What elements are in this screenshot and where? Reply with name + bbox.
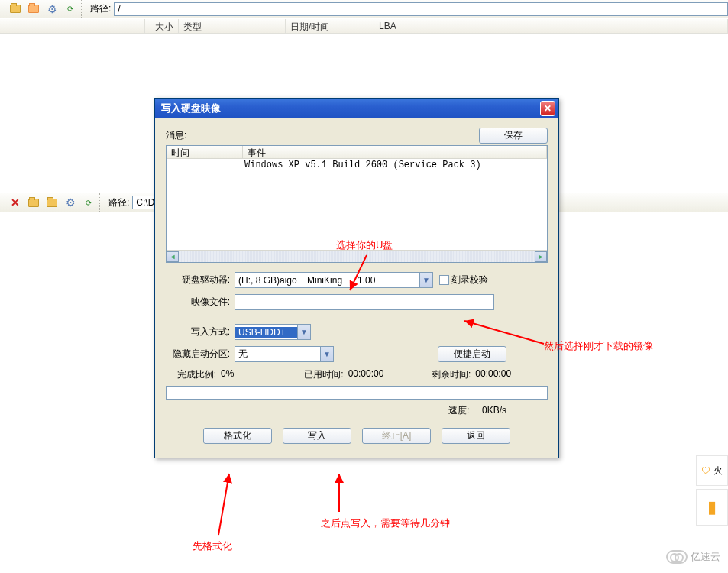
annotation-then-write: 之后点写入，需要等待几分钟 <box>318 469 364 515</box>
col-datetime[interactable]: 日期/时间 <box>286 19 374 33</box>
col-type[interactable]: 类型 <box>179 19 286 33</box>
side-shield-card[interactable]: 🛡 火 <box>696 455 728 486</box>
list-row: Windows XP v5.1 Build 2600 (Service Pack… <box>168 160 545 170</box>
list-col-event[interactable]: 事件 <box>243 146 547 158</box>
quick-boot-button[interactable]: 便捷启动 <box>438 346 506 362</box>
col-lba[interactable]: LBA <box>374 19 435 33</box>
chevron-down-icon: ▼ <box>297 325 310 339</box>
format-button[interactable]: 格式化 <box>203 428 272 444</box>
scroll-right-icon[interactable]: ► <box>535 251 547 262</box>
path-label-2: 路径: <box>108 196 129 209</box>
message-label: 消息: <box>166 129 479 142</box>
speed-label: 速度: <box>448 405 469 416</box>
write-method-label: 写入方式: <box>166 325 235 338</box>
write-method-select[interactable]: USB-HDD+ ▼ <box>235 324 311 340</box>
folder-button-3[interactable] <box>44 195 60 210</box>
speed-value: 0KB/s <box>482 405 506 416</box>
progress-bar <box>166 386 548 400</box>
remain-label: 剩余时间: <box>420 368 475 381</box>
column-header: 大小 类型 日期/时间 LBA <box>0 18 728 34</box>
elapsed-value: 00:00:00 <box>348 368 384 381</box>
stop-button[interactable]: 终止[A] <box>362 428 431 444</box>
path-label: 路径: <box>90 2 111 15</box>
drive-label: 硬盘驱动器: <box>166 274 235 286</box>
done-label: 完成比例: <box>166 368 221 381</box>
side-usb-card[interactable]: ▮ <box>696 489 728 526</box>
hidden-partition-label: 隐藏启动分区: <box>166 348 235 361</box>
svg-line-2 <box>218 474 229 535</box>
chevron-down-icon: ▼ <box>419 273 432 287</box>
annotation-format-first: 先格式化 <box>196 469 241 538</box>
col-size[interactable]: 大小 <box>145 19 179 33</box>
chevron-down-icon: ▼ <box>320 347 333 361</box>
delete-button[interactable]: ✕ <box>7 195 24 210</box>
dialog-titlebar[interactable]: 写入硬盘映像 ✕ <box>155 99 558 118</box>
up-folder-button[interactable] <box>7 2 24 17</box>
write-disk-image-dialog: 写入硬盘映像 ✕ 消息: 保存 时间 事件 Windows XP v5.1 Bu… <box>154 98 559 458</box>
shield-icon: 🛡 <box>701 465 710 476</box>
refresh-button-2[interactable]: ⟳ <box>80 195 97 210</box>
refresh-button[interactable]: ⟳ <box>62 2 79 17</box>
col-name[interactable] <box>0 19 145 33</box>
scroll-left-icon[interactable]: ◄ <box>167 251 179 262</box>
folder-button-2[interactable] <box>25 195 42 210</box>
close-button[interactable]: ✕ <box>540 101 555 116</box>
dialog-title: 写入硬盘映像 <box>158 102 540 115</box>
back-button[interactable]: 返回 <box>442 428 510 444</box>
done-value: 0% <box>221 368 234 381</box>
list-col-time[interactable]: 时间 <box>167 146 243 158</box>
drive-select[interactable]: (H:, 8 GB)aigo MiniKing 1.00 ▼ <box>235 272 433 288</box>
elapsed-label: 已用时间: <box>293 368 348 381</box>
brand-watermark: 亿速云 <box>666 550 720 564</box>
new-folder-button[interactable] <box>25 2 42 17</box>
settings-button[interactable]: ⚙ <box>44 2 60 17</box>
usb-stick-icon: ▮ <box>707 497 717 517</box>
hidden-partition-select[interactable]: 无 ▼ <box>235 346 334 362</box>
image-file-label: 映像文件: <box>166 296 235 309</box>
horizontal-scrollbar[interactable]: ◄ ► <box>167 250 547 262</box>
image-file-input[interactable] <box>235 294 494 310</box>
brand-logo-icon <box>666 550 688 564</box>
verify-checkbox[interactable]: 刻录校验 <box>439 274 488 286</box>
top-toolbar: ⚙ ⟳ 路径: / <box>0 0 728 18</box>
remain-value: 00:00:00 <box>475 368 511 381</box>
write-button[interactable]: 写入 <box>283 428 351 444</box>
settings-button-2[interactable]: ⚙ <box>62 195 79 210</box>
path-input[interactable]: / <box>114 2 728 16</box>
message-listbox: 时间 事件 Windows XP v5.1 Build 2600 (Servic… <box>166 145 548 263</box>
save-button[interactable]: 保存 <box>479 128 548 144</box>
